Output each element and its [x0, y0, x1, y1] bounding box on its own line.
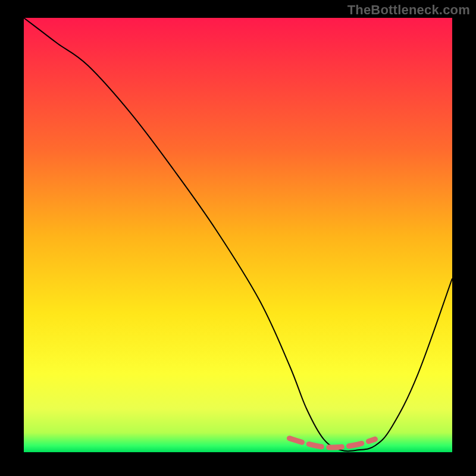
plot-svg: [24, 18, 452, 452]
chart-frame: TheBottleneck.com: [0, 0, 476, 476]
watermark-text: TheBottleneck.com: [347, 2, 470, 18]
gradient-background: [24, 18, 452, 452]
plot-area: [24, 18, 452, 452]
